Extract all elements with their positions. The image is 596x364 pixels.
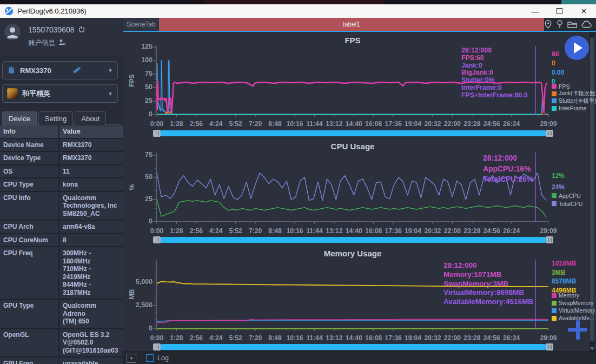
tooltip-line: FPS:60 (461, 55, 528, 62)
value-cell: 8 (59, 234, 123, 247)
y-tick-label: 50 (123, 83, 153, 91)
scene-label-bar[interactable]: label1 (159, 18, 544, 31)
legend-label: AppCPU (559, 193, 581, 199)
legend-item[interactable]: FPS (552, 83, 596, 90)
tooltip-line: SwapMemory:3MB (443, 280, 533, 289)
legend-swatch (552, 293, 557, 298)
info-cell: CPU Arch (0, 221, 59, 233)
y-tick-label: 2,500 (123, 301, 153, 309)
scrollbar-right-handle[interactable] (546, 343, 553, 350)
scrollbar-track[interactable] (161, 344, 546, 350)
legend-swatch (552, 301, 557, 306)
info-cell: OS (0, 166, 59, 178)
legend-label: Jank(卡顿次数) (559, 90, 596, 97)
legend-item[interactable]: Jank(卡顿次数) (552, 90, 596, 98)
legend-item[interactable]: InterFrame (552, 105, 596, 112)
legend-item[interactable]: Memory (552, 292, 595, 299)
legend-swatch (552, 106, 557, 111)
x-tick-label: 29:09 (535, 334, 561, 342)
tooltip-line: 28:12:000 (443, 261, 533, 270)
scrollbar-track[interactable] (161, 237, 546, 243)
chart-legend: MemorySwapMemoryVirtualMemoryAvailableMe… (552, 292, 595, 322)
value-cell: arm64-v8a (59, 221, 123, 233)
scene-tab[interactable]: SceneTab (123, 18, 159, 31)
time-range-scrollbar[interactable] (153, 343, 553, 350)
table-row: CPU CoreNum8 (0, 234, 123, 248)
legend-label: InterFrame (559, 105, 586, 111)
y-tick-label: 0 (123, 217, 153, 225)
legend-item[interactable]: AvailableMe... (552, 314, 595, 322)
table-row: CPU Typekona (0, 178, 123, 192)
power-icon[interactable] (78, 25, 85, 34)
cloud-icon[interactable] (581, 21, 592, 28)
map-marker-icon[interactable] (544, 20, 552, 29)
legend-swatch (552, 84, 557, 89)
avatar[interactable] (4, 24, 21, 40)
tooltip-line: AvailableMemory:4516MB (443, 297, 533, 307)
x-tick-label: 26:24 (499, 227, 525, 235)
current-value: 1018MB (552, 259, 576, 268)
expand-panel-button[interactable]: ▼ (127, 354, 136, 363)
tooltip-line: TotalCPU:26% (483, 174, 533, 185)
wireless-pair-icon[interactable] (72, 65, 81, 75)
tooltip-line: Stutter:0% (461, 77, 528, 84)
cursor-tooltip: 28:12:000Memory:1071MBSwapMemory:3MBVirt… (443, 261, 533, 307)
chart-title: CPU Usage (157, 142, 548, 151)
scene-bar-icons (544, 18, 596, 31)
app-select[interactable]: 和平精英 ▼ (2, 84, 118, 103)
y-tick-label: 0 (123, 110, 153, 118)
table-row: OpenGLOpenGL ES 3.2 V@0502.0 (GIT@191610… (0, 329, 123, 358)
x-tick-label: 26:24 (499, 334, 525, 342)
current-value: 60 (552, 50, 564, 59)
legend-swatch (552, 316, 557, 321)
legend-item[interactable]: TotalCPU (552, 200, 582, 208)
legend-label: TotalCPU (559, 201, 582, 207)
tab-device[interactable]: Device (2, 111, 37, 125)
y-tick-label: 75 (123, 151, 153, 158)
tab-setting[interactable]: Setting (38, 111, 73, 125)
scrollbar-right-handle[interactable] (546, 130, 553, 137)
time-range-scrollbar[interactable] (153, 130, 553, 137)
time-range-scrollbar[interactable] (153, 236, 553, 243)
legend-item[interactable]: VirtualMemory (552, 307, 595, 314)
play-button[interactable] (565, 36, 589, 60)
account-info-label: 账户信息 (28, 38, 55, 48)
tab-about[interactable]: About (75, 111, 106, 125)
x-tick-label: 29:09 (535, 120, 561, 128)
info-cell: GPU Freq (0, 358, 59, 364)
user-settings-icon[interactable] (58, 39, 65, 47)
chart-title: Memory Usage (157, 249, 548, 258)
info-cell: CPU Info (0, 192, 59, 220)
pin-icon[interactable] (557, 20, 563, 29)
scrollbar-track[interactable] (161, 130, 546, 136)
legend-item[interactable]: Stutter(卡顿率) (552, 97, 596, 105)
minimize-button[interactable]: — (523, 4, 547, 18)
scrollbar-left-handle[interactable] (153, 236, 161, 243)
y-tick-label: 50 (123, 173, 153, 181)
series-VirtualMemory (157, 321, 548, 321)
log-checkbox[interactable] (146, 354, 154, 362)
legend-item[interactable]: AppCPU (552, 191, 582, 200)
scrollbar-right-handle[interactable] (546, 236, 553, 243)
maximize-button[interactable] (547, 4, 572, 18)
tooltip-line: BigJank:0 (461, 69, 528, 77)
app-name: 和平精英 (22, 89, 50, 98)
scrollbar-left-handle[interactable] (153, 343, 161, 350)
current-value: 12% (552, 170, 565, 182)
scene-bar: SceneTab label1 (123, 18, 596, 32)
add-chart-button[interactable] (567, 319, 588, 341)
background-window-fragment (206, 0, 384, 4)
folder-icon[interactable] (567, 21, 577, 29)
legend-swatch (552, 98, 557, 103)
scroll-down-arrow-icon[interactable] (590, 347, 594, 350)
account-id: 15507039608 (28, 25, 75, 34)
cursor-tooltip: 28:12:000AppCPU:16%TotalCPU:26% (483, 153, 533, 185)
legend-item[interactable]: SwapMemory (552, 299, 595, 307)
android-icon (7, 65, 16, 76)
scrollbar-left-handle[interactable] (153, 130, 161, 137)
close-button[interactable]: × (572, 4, 596, 18)
chevron-down-icon: ▼ (108, 91, 113, 97)
value-cell: unavailable (59, 358, 123, 364)
current-value: 0 (552, 59, 564, 68)
device-select[interactable]: RMX3370 ▼ (2, 61, 118, 80)
